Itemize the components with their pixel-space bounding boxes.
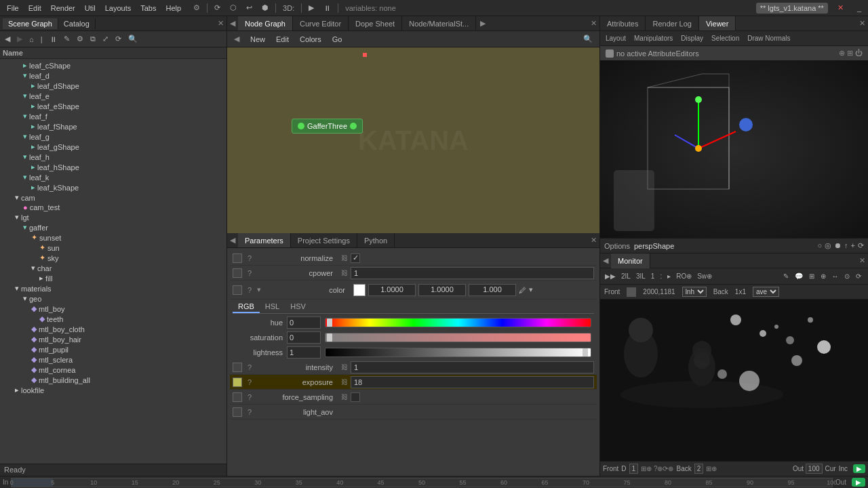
- options-icon5[interactable]: +: [851, 241, 855, 250]
- monitor-expand-icon[interactable]: ◀: [600, 256, 611, 265]
- viewer-layout-btn[interactable]: Layout: [603, 34, 629, 43]
- ng-search-icon[interactable]: 🔍: [580, 34, 595, 44]
- scene-edit-icon[interactable]: ✎: [62, 34, 72, 44]
- tree-item-mtl_boy_cloth[interactable]: ◆ mtl_boy_cloth: [1, 324, 225, 334]
- color-enable[interactable]: [233, 285, 242, 295]
- tree-item-cam_test[interactable]: ● cam_test: [1, 203, 225, 212]
- ng-edit-button[interactable]: Edit: [273, 35, 292, 44]
- options-icon3[interactable]: ⏺: [834, 241, 842, 250]
- tab-curve-editor[interactable]: Curve Editor: [293, 16, 349, 30]
- timeline-ruler[interactable]: 0510152025303540455055606570758085909510…: [11, 478, 833, 487]
- monitor-play-icon[interactable]: ▶▶: [603, 272, 618, 281]
- play-render-btn[interactable]: ▶: [853, 464, 865, 473]
- force-sampling-checkbox[interactable]: [351, 392, 360, 402]
- tree-item-leaf_k[interactable]: ▾ leaf_k: [1, 172, 225, 182]
- color-swatch[interactable]: [353, 284, 366, 296]
- color-help[interactable]: ?: [245, 285, 254, 295]
- tree-item-mtl_building_all[interactable]: ◆ mtl_building_all: [1, 375, 225, 385]
- monitor-2il-btn[interactable]: 2IL: [619, 272, 633, 281]
- monitor-3il-btn[interactable]: 3IL: [634, 272, 648, 281]
- tree-item-mtl_cornea[interactable]: ◆ mtl_cornea: [1, 365, 225, 375]
- tab-nav-icon[interactable]: ▶: [477, 19, 488, 28]
- force-sampling-enable[interactable]: [233, 392, 242, 402]
- tab-hsl[interactable]: HSL: [260, 301, 285, 313]
- scene-home-icon[interactable]: ⌂: [27, 35, 36, 44]
- color-r-value[interactable]: 1.0000: [368, 284, 416, 296]
- scene-copy-icon[interactable]: ⧉: [88, 34, 98, 44]
- monitor-tool5[interactable]: ↔: [829, 272, 840, 281]
- light-aov-enable[interactable]: [233, 407, 242, 417]
- tree-item-sunset[interactable]: ✦ sunset: [1, 232, 225, 243]
- minimize-icon[interactable]: _: [853, 3, 865, 14]
- tree-item-leaf_cShape[interactable]: ▸ leaf_cShape: [1, 60, 225, 70]
- tab-parameters[interactable]: Parameters: [238, 233, 291, 247]
- saturation-slider[interactable]: [325, 333, 591, 342]
- intensity-enable[interactable]: [233, 363, 242, 372]
- tree-item-leaf_hShape[interactable]: ▸ leaf_hShape: [1, 162, 225, 172]
- menu-layouts[interactable]: Layouts: [101, 3, 136, 14]
- color-g-value[interactable]: 1.0000: [418, 284, 466, 296]
- tree-item-leaf_e[interactable]: ▾ leaf_e: [1, 91, 225, 101]
- tree-item-mtl_pupil[interactable]: ◆ mtl_pupil: [1, 344, 225, 354]
- normalize-enable[interactable]: [233, 253, 242, 263]
- force-sampling-help[interactable]: ?: [245, 392, 254, 402]
- menu-file[interactable]: File: [3, 3, 23, 14]
- tree-item-lookfile[interactable]: ▸ lookfile: [1, 385, 225, 395]
- tree-item-fill[interactable]: ▸ fill: [1, 273, 225, 283]
- scene-pause-icon[interactable]: ⏸: [47, 35, 59, 44]
- toolbar-refresh-icon[interactable]: ⟳: [210, 2, 224, 14]
- scene-settings-icon[interactable]: ⚙: [75, 34, 85, 44]
- viewer-manipulators-btn[interactable]: Manipulators: [631, 34, 675, 43]
- tab-project-settings[interactable]: Project Settings: [291, 233, 357, 247]
- lightness-slider[interactable]: [325, 348, 591, 357]
- light-aov-help[interactable]: ?: [245, 407, 254, 417]
- tree-item-mtl_boy[interactable]: ◆ mtl_boy: [1, 304, 225, 314]
- tab-python[interactable]: Python: [357, 233, 395, 247]
- toolbar-hex-icon[interactable]: ⬡: [226, 2, 241, 14]
- exposure-enable[interactable]: [233, 378, 242, 387]
- cpower-enable[interactable]: [233, 268, 242, 278]
- monitor-tool2[interactable]: 💬: [793, 272, 805, 281]
- tab-scene-graph[interactable]: Scene Graph: [3, 18, 58, 29]
- scene-search-icon[interactable]: 🔍: [126, 34, 140, 44]
- tab-monitor[interactable]: Monitor: [611, 253, 650, 268]
- tree-item-leaf_f[interactable]: ▾ leaf_f: [1, 111, 225, 121]
- normalize-checkbox[interactable]: ✓: [351, 253, 360, 263]
- viewer-selection-btn[interactable]: Selection: [709, 34, 742, 43]
- exposure-help[interactable]: ?: [245, 378, 254, 387]
- node-graph-expand-icon[interactable]: ◀: [227, 19, 238, 28]
- tab-rgb[interactable]: RGB: [233, 301, 260, 313]
- scene-refresh-icon[interactable]: ⟳: [113, 34, 123, 44]
- monitor-tool4[interactable]: ⊕: [818, 272, 828, 281]
- ng-new-button[interactable]: New: [248, 35, 268, 44]
- hue-input[interactable]: [287, 317, 321, 329]
- tree-item-gaffer[interactable]: ▾ gaffer: [1, 222, 225, 232]
- out-val[interactable]: 100: [806, 464, 823, 474]
- color-more-icon[interactable]: ▾: [529, 285, 533, 294]
- tree-item-cam[interactable]: ▾ cam: [1, 192, 225, 203]
- intensity-help[interactable]: ?: [245, 363, 254, 372]
- filter-select[interactable]: lnh: [682, 287, 707, 297]
- intensity-input[interactable]: [351, 361, 594, 373]
- monitor-sw-btn[interactable]: Sw⊕: [695, 272, 714, 281]
- avg-select[interactable]: ave: [753, 287, 779, 297]
- monitor-close-icon[interactable]: ✕: [856, 256, 868, 265]
- tab-hsv[interactable]: HSV: [285, 301, 311, 313]
- params-close-icon[interactable]: ✕: [588, 236, 599, 245]
- menu-edit[interactable]: Edit: [24, 3, 45, 14]
- expand-left-icon[interactable]: ◀: [231, 34, 242, 44]
- hue-thumb[interactable]: [327, 319, 332, 327]
- viewer-display-btn[interactable]: Display: [678, 34, 706, 43]
- tab-catalog[interactable]: Catalog: [58, 18, 96, 29]
- params-expand-icon[interactable]: ◀: [227, 236, 238, 245]
- tree-item-char[interactable]: ▾ char: [1, 263, 225, 273]
- timeline-play-btn[interactable]: ▶: [852, 478, 865, 487]
- tree-item-leaf_eShape[interactable]: ▸ leaf_eShape: [1, 101, 225, 111]
- tree-item-teeth[interactable]: ◆ teeth: [1, 314, 225, 324]
- menu-tabs[interactable]: Tabs: [136, 3, 160, 14]
- tab-render-log[interactable]: Render Log: [646, 16, 699, 30]
- scene-expand-icon[interactable]: ⤢: [100, 34, 111, 44]
- menu-util[interactable]: Util: [81, 3, 100, 14]
- tree-item-leaf_dShape[interactable]: ▸ leaf_dShape: [1, 81, 225, 91]
- monitor-tool1[interactable]: ✎: [781, 272, 791, 281]
